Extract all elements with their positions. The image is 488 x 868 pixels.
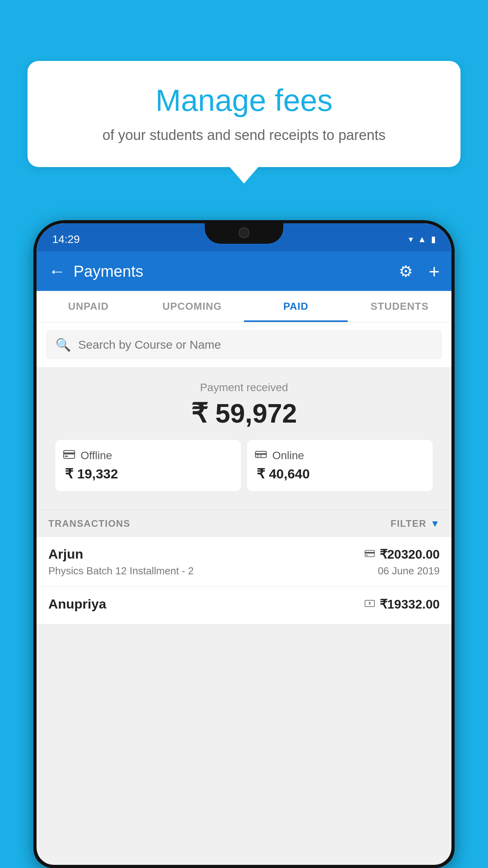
header-title: Payments [73,263,391,280]
offline-payment-card: Offline ₹ 19,332 [55,440,241,491]
offline-card-header: Offline [63,449,112,462]
tab-upcoming[interactable]: UPCOMING [140,291,244,322]
transaction-amount-container: ₹20320.00 [365,547,440,562]
svg-rect-4 [255,453,266,455]
phone-screen: 14:29 ▾ ▲ ▮ ← Payments ⚙ + UNPAID [37,223,451,865]
transaction-amount-container: ₹19332.00 [365,597,440,612]
transaction-course: Physics Batch 12 Installment - 2 [48,565,194,577]
transactions-label: TRANSACTIONS [48,518,130,529]
settings-button[interactable]: ⚙ [399,262,413,280]
back-arrow-icon: ← [48,261,66,281]
card-payment-icon [365,548,375,560]
bubble-subtitle: of your students and send receipts to pa… [51,127,437,143]
offline-icon [63,449,75,462]
tab-students[interactable]: STUDENTS [348,291,451,322]
svg-rect-1 [64,452,75,454]
payment-cards-row: Offline ₹ 19,332 [46,440,442,491]
transaction-top-row: Arjun ₹20320.00 [48,546,440,562]
add-button[interactable]: + [429,261,440,282]
back-button[interactable]: ← [48,261,66,281]
svg-rect-5 [257,456,259,456]
speech-bubble-card: Manage fees of your students and send re… [28,61,460,167]
transaction-date: 06 June 2019 [378,565,440,577]
plus-icon: + [429,261,440,282]
status-time: 14:29 [52,233,80,246]
offline-card-amount: ₹ 19,332 [63,466,118,482]
tab-unpaid[interactable]: UNPAID [37,291,140,322]
battery-icon: ▮ [431,234,436,245]
online-card-header: Online [255,449,304,462]
wifi-icon: ▾ [409,234,413,245]
transactions-list: Arjun ₹20320.00 Physics Batch 1 [37,537,451,625]
online-card-amount: ₹ 40,640 [255,466,310,482]
offline-payment-icon [365,598,375,610]
svg-rect-6 [260,456,262,456]
transaction-top-row: Anupriya ₹19332.00 [48,596,440,612]
transaction-name: Arjun [48,546,83,562]
bubble-title: Manage fees [51,83,437,118]
search-bar[interactable]: 🔍 [46,330,442,359]
filter-label: FILTER [391,518,426,529]
search-input[interactable] [78,338,433,351]
app-header: ← Payments ⚙ + [37,252,451,291]
phone-camera [238,227,250,238]
tab-bar: UNPAID UPCOMING PAID STUDENTS [37,291,451,322]
transaction-bottom-row: Physics Batch 12 Installment - 2 06 June… [48,565,440,577]
transaction-amount: ₹19332.00 [380,597,440,612]
tab-paid[interactable]: PAID [244,291,348,322]
status-icons: ▾ ▲ ▮ [409,234,436,245]
signal-icon: ▲ [418,234,426,245]
online-icon [255,449,267,462]
payment-received-label: Payment received [46,381,442,394]
filter-button[interactable]: FILTER ▼ [391,518,440,529]
phone-frame: 14:29 ▾ ▲ ▮ ← Payments ⚙ + UNPAID [33,220,455,868]
transactions-header: TRANSACTIONS FILTER ▼ [37,510,451,537]
tab-paid-label: PAID [283,300,308,313]
svg-rect-8 [365,552,374,554]
table-row[interactable]: Anupriya ₹19332.00 [37,587,451,625]
transaction-name: Anupriya [48,596,106,612]
online-card-label: Online [272,449,304,462]
gear-icon: ⚙ [399,263,413,280]
online-payment-card: Online ₹ 40,640 [247,440,433,491]
search-container: 🔍 [37,322,451,367]
table-row[interactable]: Arjun ₹20320.00 Physics Batch 1 [37,537,451,587]
payment-received-amount: ₹ 59,972 [46,398,442,429]
svg-rect-9 [366,555,368,555]
phone-notch [205,220,283,244]
tab-unpaid-label: UNPAID [68,300,109,313]
payment-received-section: Payment received ₹ 59,972 Offline [37,367,451,502]
svg-rect-2 [65,456,68,457]
tab-upcoming-label: UPCOMING [163,300,222,313]
filter-icon: ▼ [430,518,440,529]
search-icon: 🔍 [55,337,71,352]
offline-card-label: Offline [81,449,112,462]
transaction-amount: ₹20320.00 [380,547,440,562]
tab-students-label: STUDENTS [371,300,429,313]
